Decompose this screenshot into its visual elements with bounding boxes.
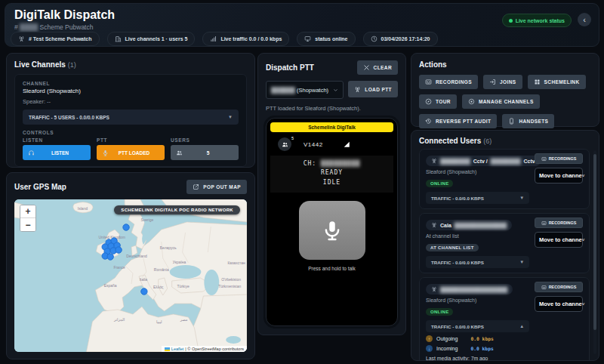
move-to-channel-label: Move to channe [539,236,582,243]
actions-title: Actions [419,60,591,69]
user-name-pill: Cala ██████████████ [426,220,512,230]
user-meta: Last media activity: 7m agoVersion: v144… [426,355,583,361]
gps-user-marker[interactable] [141,288,147,295]
reverse-ptt-audit-button[interactable]: REVERSE PTT AUDIT [419,114,497,128]
user-card: ████████ Cctv / ████████ CctvSleaford (S… [419,149,590,209]
chip-live-channels-label: Live channels 1 · users 5 [125,36,188,42]
user-channel-subtitle: Sleaford (Shopwatch) [426,298,513,303]
status-chips: # Test Scheme PubwatchLive channels 1 · … [11,32,438,46]
leaflet-map[interactable]: IslandNorgeSverigeUnited KingdomDeutschl… [14,199,247,352]
history-icon [425,118,432,125]
zoom-out-button[interactable]: − [20,218,35,231]
channel-traffic-accordion[interactable]: TRAFFIC - 5 USERS - 0.0/0.0 KBPS ▼ [23,110,239,125]
push-to-talk-button[interactable] [299,201,365,260]
join-icon [489,79,496,85]
redacted-scheme-name: ████ [20,23,38,31]
recordings-button-label: RECORDINGS [549,221,577,225]
map-country-label: España [104,283,117,288]
channel-users-button[interactable]: 5 [171,145,239,160]
ptt-column-label: PTT [97,137,165,143]
move-to-channel-select[interactable]: Move to channe˅ [535,232,583,248]
map-country-label: Казахстан [227,261,245,265]
chip-datetime-label: 03/04/2026 17:14:20 [381,36,430,42]
outgoing-value: 0.0 kbps [470,336,493,341]
recordings-button[interactable]: RECORDINGS [419,75,478,89]
dispatch-ptt-panel: Dispatch PTT CLEAR ██████ (Shopwatch) LO… [257,53,406,335]
zoom-in-button[interactable]: + [20,205,35,218]
map-country-label: Türkmenistan [218,284,241,288]
channel-name: Sleaford (Shopwatch) [23,88,239,94]
map-country-label: Deutschland [126,254,147,258]
recordings-button[interactable]: RECORDINGS [535,153,583,164]
users-icon [176,150,183,156]
chevron-down-icon: ˅ [582,302,585,307]
clock-icon [371,35,378,42]
clear-button[interactable]: CLEAR [357,60,398,75]
scrollbar-track[interactable] [593,150,596,354]
mic-icon [102,150,109,156]
user-name-text: Cctv / [473,159,488,164]
move-to-channel-select[interactable]: Move to channe˅ [535,296,583,312]
pop-out-map-button[interactable]: POP OUT MAP [186,180,247,194]
map-country-label: O'zbekiston [221,277,241,282]
listen-button[interactable]: LISTEN [23,145,91,160]
controls-label: CONTROLS [23,130,239,135]
recordings-button[interactable]: RECORDINGS [535,217,583,228]
gps-user-marker[interactable] [123,224,129,230]
ptt-loaded-button[interactable]: PTT LOADED [97,145,165,160]
recordings-button-label: RECORDINGS [436,79,472,85]
gps-user-marker[interactable] [107,254,113,260]
chevron-down-icon: ▼ [519,260,524,264]
schemelink-button-label: SCHEMELINK [544,79,580,85]
gps-user-marker[interactable] [116,247,122,253]
antenna-icon [431,286,437,292]
map-country-label: Sverige [140,217,153,222]
map-country-label: Україна [173,260,186,264]
recordings-button-label: RECORDINGS [549,285,577,289]
page-title: DigiTalk Dispatch [14,8,115,22]
map-canvas: IslandNorgeSverigeUnited KingdomDeutschl… [14,199,247,352]
chevron-down-icon: ▼ [228,115,233,119]
outgoing-row: ↑Outgoing0.0 kbps [426,335,583,342]
recordings-button[interactable]: RECORDINGS [535,282,583,292]
user-traffic-label: TRAFFIC - 0.0/0.0 KBPS [431,196,484,201]
map-country-label: France [113,265,125,270]
signal-strength-icon [343,140,350,148]
network-status-badge: Live network status [502,14,572,27]
user-traffic-label: TRAFFIC - 0.0/0.0 KBPS [431,260,484,265]
live-channels-title: Live Channels(1) [14,60,247,69]
handsets-button[interactable]: HANDSETS [502,114,554,128]
joins-button[interactable]: JOINS [483,75,522,89]
leaflet-link[interactable]: Leaflet [171,347,184,351]
antenna-icon [431,158,437,164]
user-traffic-accordion[interactable]: TRAFFIC - 0.0/0.0 KBPS▼ [426,192,529,204]
channel-select[interactable]: ██████ (Shopwatch) [266,81,344,99]
lcd-ready-line: READY [270,168,393,177]
user-traffic-accordion[interactable]: TRAFFIC - 0.0/0.0 KBPS▼ [426,256,529,268]
chip-status-label: status online [315,36,347,42]
close-icon [363,64,370,71]
map-country-label: ليبيا [156,319,162,324]
move-to-channel-label: Move to channe [539,301,582,307]
redacted-user-name: ██████████████ [455,223,507,228]
tour-button[interactable]: TOUR [419,94,457,109]
move-to-channel-select[interactable]: Move to channe˅ [535,168,583,184]
user-traffic-accordion[interactable]: TRAFFIC - 0.0/0.0 KBPS▲ [426,320,529,332]
chevron-down-icon: ˅ [582,238,585,242]
collapse-button[interactable]: ‹ [578,13,591,26]
scrollbar-thumb[interactable] [593,154,596,329]
ptt-status-text: PTT loaded for Sleaford (Shopwatch). [266,105,398,112]
redacted-channel-prefix: ██████ [271,87,295,94]
connected-users-panel: Connected Users(6) ████████ Cctv / █████… [411,130,599,361]
load-ptt-button[interactable]: LOAD PTT [348,81,398,97]
recordings-button-label: RECORDINGS [549,156,577,161]
channel-list-badge: AT CHANNEL LIST [426,244,479,251]
chip-scheme: # Test Scheme Pubwatch [11,32,100,46]
manage-channels-button[interactable]: MANAGE CHANNELS [462,94,540,109]
status-dot-icon [509,19,513,23]
channel-card: CHANNEL Sleaford (Shopwatch) Speaker: --… [14,74,247,167]
channel-controls: LISTEN LISTEN PTT PTT LOADED USERS [23,137,239,160]
lcd-idle-line: IDLE [270,178,393,187]
schemelink-button[interactable]: SCHEMELINK [528,75,586,89]
redacted-user-name: ████████ [440,159,470,164]
